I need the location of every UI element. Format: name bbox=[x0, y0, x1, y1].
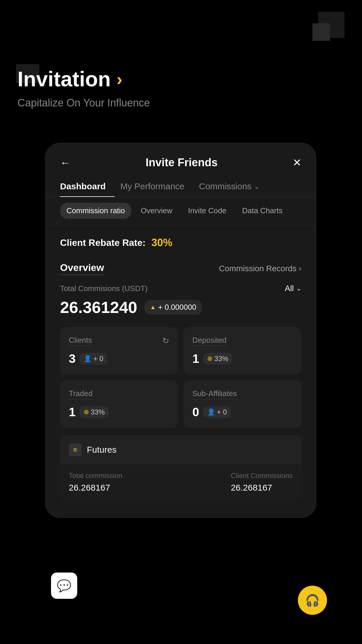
stat-clients-badge-value: + 0 bbox=[93, 355, 103, 363]
page-title: Invitation › bbox=[17, 67, 150, 91]
link-arrow-icon: › bbox=[299, 264, 301, 273]
stat-deposited-badge: ⊗ 33% bbox=[203, 353, 232, 365]
stat-deposited-badge-value: 33% bbox=[214, 355, 228, 363]
stat-clients-number: 3 bbox=[69, 352, 75, 366]
headset-icon: 🎧 bbox=[305, 594, 320, 607]
overview-row: Overview Commission Records › bbox=[60, 262, 301, 275]
rebate-rate-row: Client Rebate Rate: 30% bbox=[60, 237, 301, 249]
chat-fab-button[interactable]: 💬 bbox=[51, 573, 77, 599]
futures-label: Futures bbox=[87, 445, 117, 455]
futures-icon: ≡ bbox=[69, 443, 82, 456]
stat-traded-badge: ⊗ 33% bbox=[80, 406, 109, 418]
stat-card-sub-affiliates-header: Sub-Affiliates bbox=[192, 389, 293, 399]
stat-traded-number: 1 bbox=[69, 405, 75, 419]
stat-card-deposited-header: Deposited bbox=[192, 336, 293, 346]
sub-tab-invite-code[interactable]: Invite Code bbox=[182, 203, 233, 219]
stat-clients-value-row: 3 👤 + 0 bbox=[69, 352, 169, 366]
sub-tab-overview[interactable]: Overview bbox=[134, 203, 179, 219]
stat-traded-label: Traded bbox=[69, 389, 92, 399]
total-commissions-header: Total Commisions (USDT) All ⌄ bbox=[60, 284, 301, 293]
stat-sub-affiliates-number: 0 bbox=[192, 405, 199, 419]
filter-chevron-icon: ⌄ bbox=[296, 285, 301, 292]
up-arrow-icon: ▲ bbox=[150, 304, 156, 311]
chevron-down-icon: ⌄ bbox=[254, 182, 260, 190]
nav-tabs: Dashboard My Performance Commissions ⌄ bbox=[45, 176, 316, 197]
deco-squares-top-right bbox=[310, 12, 345, 47]
filter-dropdown[interactable]: All ⌄ bbox=[285, 284, 301, 293]
title-arrow: › bbox=[117, 69, 122, 89]
deco-square-small bbox=[312, 23, 330, 41]
phone-mockup: ← Invite Friends ✕ Dashboard My Performa… bbox=[45, 143, 316, 518]
stat-deposited-label: Deposited bbox=[192, 336, 226, 346]
percent-icon: ⊗ bbox=[207, 355, 212, 363]
stat-traded-value-row: 1 ⊗ 33% bbox=[69, 405, 169, 419]
stat-card-clients-header: Clients ↻ bbox=[69, 336, 169, 346]
stat-sub-affiliates-value-row: 0 👤 + 0 bbox=[192, 405, 293, 419]
tab-dashboard[interactable]: Dashboard bbox=[60, 176, 115, 197]
chat-icon: 💬 bbox=[57, 579, 71, 593]
commission-records-link[interactable]: Commission Records › bbox=[219, 264, 301, 273]
page-subtitle: Capitalize On Your Influence bbox=[17, 97, 150, 109]
stat-card-sub-affiliates: Sub-Affiliates 0 👤 + 0 bbox=[184, 380, 301, 428]
stat-sub-affiliates-badge-value: + 0 bbox=[217, 408, 227, 416]
total-amount-value: 26.361240 bbox=[60, 298, 137, 317]
futures-total-commission-col: Total commission 26.268167 bbox=[69, 472, 122, 493]
stat-card-deposited: Deposited 1 ⊗ 33% bbox=[184, 327, 301, 374]
refresh-icon[interactable]: ↻ bbox=[162, 336, 169, 346]
futures-bottom: Total commission 26.268167 Client Commis… bbox=[60, 464, 301, 500]
overview-label: Overview bbox=[60, 262, 104, 275]
stats-grid: Clients ↻ 3 👤 + 0 Deposited 1 bbox=[60, 327, 301, 428]
rebate-value: 30% bbox=[151, 237, 172, 249]
support-fab-button[interactable]: 🎧 bbox=[298, 586, 327, 615]
futures-total-commission-label: Total commission bbox=[69, 472, 122, 480]
stat-card-traded: Traded 1 ⊗ 33% bbox=[60, 380, 178, 428]
stat-sub-affiliates-badge: 👤 + 0 bbox=[203, 406, 231, 418]
futures-client-commissions-label: Client Commissions bbox=[231, 472, 293, 480]
content-area: Client Rebate Rate: 30% Overview Commiss… bbox=[45, 225, 316, 512]
amount-change-badge: ▲ + 0.000000 bbox=[144, 300, 202, 315]
close-button[interactable]: ✕ bbox=[293, 157, 301, 169]
sub-affiliates-person-icon: 👤 bbox=[207, 408, 215, 416]
stat-deposited-number: 1 bbox=[192, 352, 199, 366]
app-header: ← Invite Friends ✕ bbox=[45, 143, 316, 176]
futures-client-commissions-col: Client Commissions 26.268167 bbox=[231, 472, 293, 493]
back-button[interactable]: ← bbox=[60, 157, 71, 169]
futures-icon-symbol: ≡ bbox=[73, 446, 77, 454]
stat-clients-label: Clients bbox=[69, 336, 92, 346]
stat-sub-affiliates-label: Sub-Affiliates bbox=[192, 389, 237, 399]
stat-deposited-value-row: 1 ⊗ 33% bbox=[192, 352, 293, 366]
sub-tab-data-charts[interactable]: Data Charts bbox=[236, 203, 289, 219]
total-amount-row: 26.361240 ▲ + 0.000000 bbox=[60, 298, 301, 317]
stat-card-clients: Clients ↻ 3 👤 + 0 bbox=[60, 327, 178, 374]
sub-tabs: Commission ratio Overview Invite Code Da… bbox=[45, 197, 316, 225]
page-header: Invitation › Capitalize On Your Influenc… bbox=[17, 67, 150, 109]
futures-total-commission-value: 26.268167 bbox=[69, 483, 122, 493]
futures-bar: ≡ Futures bbox=[60, 435, 301, 464]
tab-commissions[interactable]: Commissions ⌄ bbox=[199, 181, 260, 191]
stat-clients-badge: 👤 + 0 bbox=[80, 353, 107, 365]
title-text: Invitation bbox=[17, 67, 111, 91]
tab-my-performance[interactable]: My Performance bbox=[120, 176, 193, 197]
amount-change-value: + 0.000000 bbox=[158, 303, 196, 312]
person-icon: 👤 bbox=[84, 355, 92, 363]
traded-percent-icon: ⊗ bbox=[84, 408, 89, 416]
rebate-label: Client Rebate Rate: bbox=[60, 237, 145, 248]
stat-traded-badge-value: 33% bbox=[91, 408, 105, 416]
total-commissions-label: Total Commisions (USDT) bbox=[60, 284, 148, 293]
futures-client-commissions-value: 26.268167 bbox=[231, 483, 293, 493]
sub-tab-commission-ratio[interactable]: Commission ratio bbox=[60, 203, 131, 219]
app-title: Invite Friends bbox=[145, 156, 217, 169]
stat-card-traded-header: Traded bbox=[69, 389, 169, 399]
